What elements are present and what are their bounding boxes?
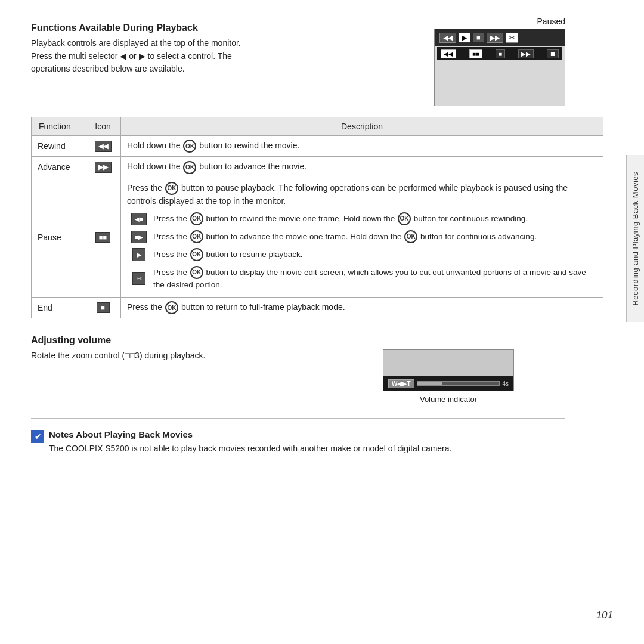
notes-section: ✔ Notes About Playing Back Movies The CO… <box>31 429 565 456</box>
icon-end: ■ <box>85 297 121 318</box>
vol-time-label: 4s <box>502 380 509 387</box>
col-header-function: Function <box>32 117 85 136</box>
sub-row-frame-advance: ■▶ Press the OK button to advance the mo… <box>127 228 597 246</box>
sub-desc-edit: Press the OK button to display the movie… <box>151 264 597 293</box>
table-row-rewind: Rewind ◀◀ Hold down the OK button to rew… <box>32 136 603 157</box>
sub-desc-frame-advance: Press the OK button to advance the movie… <box>151 228 597 246</box>
vol-wkt-label: W◀▶T <box>388 379 414 388</box>
ctrl-advance: ▶▶ <box>487 33 503 43</box>
vol-bar-area: W◀▶T 4s <box>383 376 513 391</box>
notes-checkmark-icon: ✔ <box>31 430 44 443</box>
ok-icon-frame-rewind: OK <box>190 212 203 225</box>
divider <box>31 418 565 419</box>
functions-table: Function Icon Description Rewind ◀◀ Hold… <box>31 117 603 318</box>
sub-desc-resume: Press the OK button to resume playback. <box>151 246 597 264</box>
col-header-icon: Icon <box>85 117 121 136</box>
sub-icon-frame-rewind: ◀■ <box>127 210 151 228</box>
inner-ctrl-pause: ■■ <box>469 49 482 58</box>
desc-rewind: Hold down the OK button to rewind the mo… <box>121 136 603 157</box>
intro-text: Playback controls are displayed at the t… <box>31 37 371 76</box>
monitor-top-bar: ◀◀ ▶ ■ ▶▶ ✂ <box>435 29 565 46</box>
sub-icon-edit: ✂ <box>127 264 151 293</box>
icon-advance: ▶▶ <box>85 157 121 178</box>
vol-monitor-img: W◀▶T 4s <box>383 349 514 391</box>
sub-desc-frame-rewind: Press the OK button to rewind the movie … <box>151 210 597 228</box>
ok-icon-edit: OK <box>190 266 203 279</box>
sub-row-resume: ▶ Press the OK button to resume playback… <box>127 246 597 264</box>
desc-advance: Hold down the OK button to advance the m… <box>121 157 603 178</box>
inner-ctrl-advance: ▶▶ <box>518 49 534 58</box>
sidebar-tab: Recording and Playing Back Movies <box>626 155 644 322</box>
pause-main-desc: Press the OK button to pause playback. T… <box>127 182 597 208</box>
ctrl-stop: ■ <box>473 33 484 42</box>
ok-icon-frame-advance: OK <box>190 230 203 243</box>
icon-pause: ■■ <box>85 178 121 297</box>
pause-icon-box: ■■ <box>95 232 110 243</box>
intro-block: Functions Available During Playback Play… <box>31 23 410 76</box>
frame-rewind-icon: ◀■ <box>131 213 147 225</box>
sub-icon-resume: ▶ <box>127 246 151 264</box>
pause-sub-table: ◀■ Press the OK button to rewind the mov… <box>127 210 597 293</box>
col-header-description: Description <box>121 117 603 136</box>
vol-title: Adjusting volume <box>31 335 565 346</box>
monitor-area: Paused ◀◀ ▶ ■ ▶▶ ✂ ◀◀ ■■ ■ ▶▶ ⏹ <box>434 17 565 106</box>
ok-icon-frame-advance2: OK <box>404 230 417 243</box>
ctrl-edit: ✂ <box>506 33 518 43</box>
section1-title: Functions Available During Playback <box>31 23 410 33</box>
ok-icon-pause-main: OK <box>165 182 178 195</box>
monitor-inner-bar: ◀◀ ■■ ■ ▶▶ ⏹ <box>437 47 562 60</box>
rewind-icon-box: ◀◀ <box>95 141 112 152</box>
notes-text: The COOLPIX S5200 is not able to play ba… <box>49 442 565 456</box>
desc-end: Press the OK button to return to full-fr… <box>121 297 603 318</box>
top-area: Functions Available During Playback Play… <box>31 23 565 106</box>
ok-icon-resume: OK <box>190 248 203 261</box>
ok-icon-frame-rewind2: OK <box>398 212 411 225</box>
ok-icon-end: OK <box>165 301 178 314</box>
end-icon-box: ■ <box>97 302 110 313</box>
notes-content: Notes About Playing Back Movies The COOL… <box>49 429 565 456</box>
ctrl-rewind: ◀◀ <box>439 33 456 43</box>
monitor-paused-label: Paused <box>537 17 565 26</box>
inner-ctrl-stop: ■ <box>496 49 505 58</box>
table-row-end: End ■ Press the OK button to return to f… <box>32 297 603 318</box>
edit-icon: ✂ <box>132 272 145 286</box>
vol-monitor-label: Volume indicator <box>420 395 477 404</box>
ctrl-play: ▶ <box>459 33 470 43</box>
inner-ctrl-end: ⏹ <box>547 49 559 58</box>
ok-icon-advance: OK <box>183 161 196 174</box>
table-row-advance: Advance ▶▶ Hold down the OK button to ad… <box>32 157 603 178</box>
sidebar-tab-label: Recording and Playing Back Movies <box>631 172 640 306</box>
volume-section: Adjusting volume Rotate the zoom control… <box>31 335 565 404</box>
vol-text: Rotate the zoom control (□□3) during pla… <box>31 349 359 363</box>
advance-icon-box: ▶▶ <box>95 162 112 173</box>
func-rewind: Rewind <box>32 136 85 157</box>
sub-row-frame-rewind: ◀■ Press the OK button to rewind the mov… <box>127 210 597 228</box>
frame-advance-icon: ■▶ <box>131 231 147 243</box>
desc-pause: Press the OK button to pause playback. T… <box>121 178 603 297</box>
page-number: 101 <box>596 609 613 621</box>
notes-title: Notes About Playing Back Movies <box>49 429 565 439</box>
table-row-pause: Pause ■■ Press the OK button to pause pl… <box>32 178 603 297</box>
func-end: End <box>32 297 85 318</box>
vol-progress-bar <box>417 381 500 386</box>
icon-rewind: ◀◀ <box>85 136 121 157</box>
vol-monitor-block: W◀▶T 4s Volume indicator <box>383 349 514 404</box>
sub-row-edit: ✂ Press the OK button to display the mov… <box>127 264 597 293</box>
sub-icon-frame-advance: ■▶ <box>127 228 151 246</box>
vol-area: Rotate the zoom control (□□3) during pla… <box>31 349 565 404</box>
func-pause: Pause <box>32 178 85 297</box>
func-advance: Advance <box>32 157 85 178</box>
monitor-image: ◀◀ ▶ ■ ▶▶ ✂ ◀◀ ■■ ■ ▶▶ ⏹ <box>434 29 565 106</box>
ok-icon-rewind: OK <box>183 140 196 153</box>
resume-icon: ▶ <box>132 248 145 262</box>
inner-ctrl-rewind: ◀◀ <box>441 49 456 58</box>
